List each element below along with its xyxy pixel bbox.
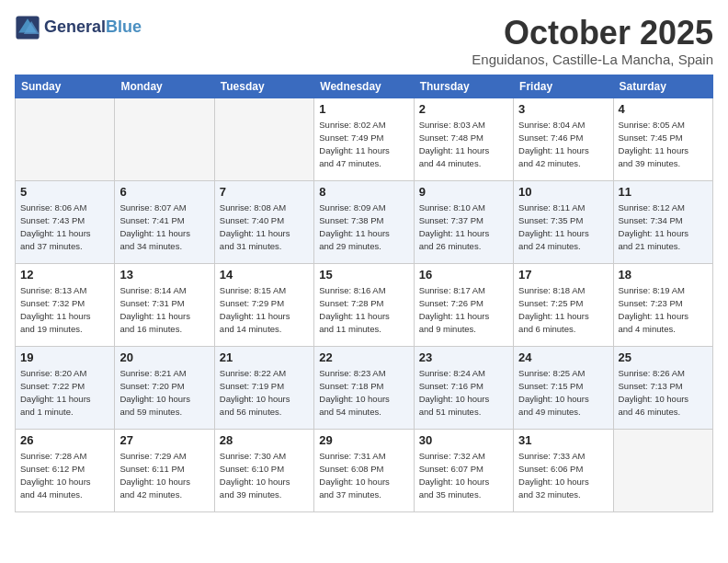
calendar-cell: 12Sunrise: 8:13 AMSunset: 7:32 PMDayligh… xyxy=(16,263,115,346)
weekday-header-thursday: Thursday xyxy=(414,75,513,98)
calendar-cell: 27Sunrise: 7:29 AMSunset: 6:11 PMDayligh… xyxy=(115,429,214,511)
calendar-cell: 3Sunrise: 8:04 AMSunset: 7:46 PMDaylight… xyxy=(514,98,613,180)
calendar-cell: 31Sunrise: 7:33 AMSunset: 6:06 PMDayligh… xyxy=(514,429,613,511)
day-detail: Sunrise: 8:06 AMSunset: 7:43 PMDaylight:… xyxy=(20,201,109,254)
day-detail: Sunrise: 8:25 AMSunset: 7:15 PMDaylight:… xyxy=(518,367,608,419)
day-number: 29 xyxy=(319,433,408,447)
day-number: 25 xyxy=(619,350,708,364)
day-number: 5 xyxy=(20,185,109,199)
day-detail: Sunrise: 8:20 AMSunset: 7:22 PMDaylight:… xyxy=(20,367,109,419)
calendar-cell: 4Sunrise: 8:05 AMSunset: 7:45 PMDaylight… xyxy=(613,98,712,180)
calendar-cell: 2Sunrise: 8:03 AMSunset: 7:48 PMDaylight… xyxy=(414,98,513,180)
calendar-cell: 11Sunrise: 8:12 AMSunset: 7:34 PMDayligh… xyxy=(613,180,712,263)
day-detail: Sunrise: 8:14 AMSunset: 7:31 PMDaylight:… xyxy=(119,284,209,337)
calendar-cell: 20Sunrise: 8:21 AMSunset: 7:20 PMDayligh… xyxy=(115,346,214,429)
calendar-cell xyxy=(115,98,214,180)
day-detail: Sunrise: 8:23 AMSunset: 7:18 PMDaylight:… xyxy=(319,367,408,419)
day-number: 20 xyxy=(119,350,209,364)
calendar-week-row: 26Sunrise: 7:28 AMSunset: 6:12 PMDayligh… xyxy=(16,429,713,511)
day-detail: Sunrise: 8:07 AMSunset: 7:41 PMDaylight:… xyxy=(119,201,209,254)
weekday-header-sunday: Sunday xyxy=(16,75,115,98)
calendar-cell: 30Sunrise: 7:32 AMSunset: 6:07 PMDayligh… xyxy=(414,429,513,511)
day-detail: Sunrise: 8:13 AMSunset: 7:32 PMDaylight:… xyxy=(20,284,109,337)
day-detail: Sunrise: 7:33 AMSunset: 6:06 PMDaylight:… xyxy=(518,450,608,502)
calendar-table: SundayMondayTuesdayWednesdayThursdayFrid… xyxy=(15,75,713,512)
day-detail: Sunrise: 8:08 AMSunset: 7:40 PMDaylight:… xyxy=(220,201,309,254)
calendar-cell: 25Sunrise: 8:26 AMSunset: 7:13 PMDayligh… xyxy=(613,346,712,429)
day-number: 15 xyxy=(319,268,408,282)
day-detail: Sunrise: 7:32 AMSunset: 6:07 PMDaylight:… xyxy=(419,450,508,502)
calendar-cell: 1Sunrise: 8:02 AMSunset: 7:49 PMDaylight… xyxy=(314,98,414,180)
day-detail: Sunrise: 8:12 AMSunset: 7:34 PMDaylight:… xyxy=(619,201,708,254)
day-detail: Sunrise: 8:09 AMSunset: 7:38 PMDaylight:… xyxy=(319,201,408,254)
day-number: 16 xyxy=(419,268,508,282)
calendar-cell: 5Sunrise: 8:06 AMSunset: 7:43 PMDaylight… xyxy=(16,180,115,263)
logo-text: GeneralBlue xyxy=(44,18,142,37)
calendar-cell: 17Sunrise: 8:18 AMSunset: 7:25 PMDayligh… xyxy=(514,263,613,346)
calendar-cell: 15Sunrise: 8:16 AMSunset: 7:28 PMDayligh… xyxy=(314,263,414,346)
weekday-header-tuesday: Tuesday xyxy=(214,75,313,98)
title-area: October 2025 Enguidanos, Castille-La Man… xyxy=(472,15,713,67)
day-number: 11 xyxy=(619,185,708,199)
calendar-cell: 6Sunrise: 8:07 AMSunset: 7:41 PMDaylight… xyxy=(115,180,214,263)
calendar-week-row: 19Sunrise: 8:20 AMSunset: 7:22 PMDayligh… xyxy=(16,346,713,429)
day-number: 8 xyxy=(319,185,408,199)
calendar-cell: 14Sunrise: 8:15 AMSunset: 7:29 PMDayligh… xyxy=(214,263,313,346)
calendar-cell xyxy=(16,98,115,180)
day-number: 7 xyxy=(220,185,309,199)
calendar-cell: 29Sunrise: 7:31 AMSunset: 6:08 PMDayligh… xyxy=(314,429,414,511)
weekday-header-saturday: Saturday xyxy=(613,75,712,98)
calendar-cell: 22Sunrise: 8:23 AMSunset: 7:18 PMDayligh… xyxy=(314,346,414,429)
day-number: 9 xyxy=(419,185,508,199)
calendar-cell xyxy=(613,429,712,511)
day-detail: Sunrise: 7:30 AMSunset: 6:10 PMDaylight:… xyxy=(220,450,309,502)
calendar-week-row: 1Sunrise: 8:02 AMSunset: 7:49 PMDaylight… xyxy=(16,98,713,180)
month-title: October 2025 xyxy=(472,15,713,52)
day-detail: Sunrise: 8:03 AMSunset: 7:48 PMDaylight:… xyxy=(419,119,508,171)
day-number: 13 xyxy=(119,268,209,282)
day-number: 21 xyxy=(220,350,309,364)
day-detail: Sunrise: 8:21 AMSunset: 7:20 PMDaylight:… xyxy=(119,367,209,419)
location-title: Enguidanos, Castille-La Mancha, Spain xyxy=(472,52,713,67)
day-detail: Sunrise: 7:28 AMSunset: 6:12 PMDaylight:… xyxy=(20,450,109,502)
calendar-cell: 16Sunrise: 8:17 AMSunset: 7:26 PMDayligh… xyxy=(414,263,513,346)
calendar-cell: 13Sunrise: 8:14 AMSunset: 7:31 PMDayligh… xyxy=(115,263,214,346)
calendar-cell: 23Sunrise: 8:24 AMSunset: 7:16 PMDayligh… xyxy=(414,346,513,429)
day-number: 2 xyxy=(419,102,508,116)
day-number: 18 xyxy=(619,268,708,282)
day-number: 23 xyxy=(419,350,508,364)
day-number: 27 xyxy=(119,433,209,447)
day-detail: Sunrise: 8:04 AMSunset: 7:46 PMDaylight:… xyxy=(518,119,608,171)
logo-icon xyxy=(15,15,40,40)
weekday-header-wednesday: Wednesday xyxy=(314,75,414,98)
calendar-cell: 26Sunrise: 7:28 AMSunset: 6:12 PMDayligh… xyxy=(16,429,115,511)
day-number: 30 xyxy=(419,433,508,447)
weekday-header-monday: Monday xyxy=(115,75,214,98)
day-detail: Sunrise: 8:10 AMSunset: 7:37 PMDaylight:… xyxy=(419,201,508,254)
day-number: 6 xyxy=(119,185,209,199)
day-number: 1 xyxy=(319,102,408,116)
day-number: 17 xyxy=(518,268,608,282)
day-detail: Sunrise: 8:19 AMSunset: 7:23 PMDaylight:… xyxy=(619,284,708,337)
logo-area: GeneralBlue xyxy=(15,15,142,40)
calendar-cell: 7Sunrise: 8:08 AMSunset: 7:40 PMDaylight… xyxy=(214,180,313,263)
calendar-cell: 21Sunrise: 8:22 AMSunset: 7:19 PMDayligh… xyxy=(214,346,313,429)
calendar-cell xyxy=(214,98,313,180)
day-number: 31 xyxy=(518,433,608,447)
day-detail: Sunrise: 7:31 AMSunset: 6:08 PMDaylight:… xyxy=(319,450,408,502)
calendar-cell: 28Sunrise: 7:30 AMSunset: 6:10 PMDayligh… xyxy=(214,429,313,511)
day-number: 12 xyxy=(20,268,109,282)
day-detail: Sunrise: 8:26 AMSunset: 7:13 PMDaylight:… xyxy=(619,367,708,419)
page-header: GeneralBlue October 2025 Enguidanos, Cas… xyxy=(15,15,713,67)
day-detail: Sunrise: 7:29 AMSunset: 6:11 PMDaylight:… xyxy=(119,450,209,502)
calendar-week-row: 12Sunrise: 8:13 AMSunset: 7:32 PMDayligh… xyxy=(16,263,713,346)
day-number: 28 xyxy=(220,433,309,447)
day-number: 10 xyxy=(518,185,608,199)
day-detail: Sunrise: 8:16 AMSunset: 7:28 PMDaylight:… xyxy=(319,284,408,337)
day-number: 4 xyxy=(619,102,708,116)
day-number: 26 xyxy=(20,433,109,447)
weekday-header-row: SundayMondayTuesdayWednesdayThursdayFrid… xyxy=(16,75,713,98)
day-number: 22 xyxy=(319,350,408,364)
calendar-cell: 9Sunrise: 8:10 AMSunset: 7:37 PMDaylight… xyxy=(414,180,513,263)
day-detail: Sunrise: 8:02 AMSunset: 7:49 PMDaylight:… xyxy=(319,119,408,171)
